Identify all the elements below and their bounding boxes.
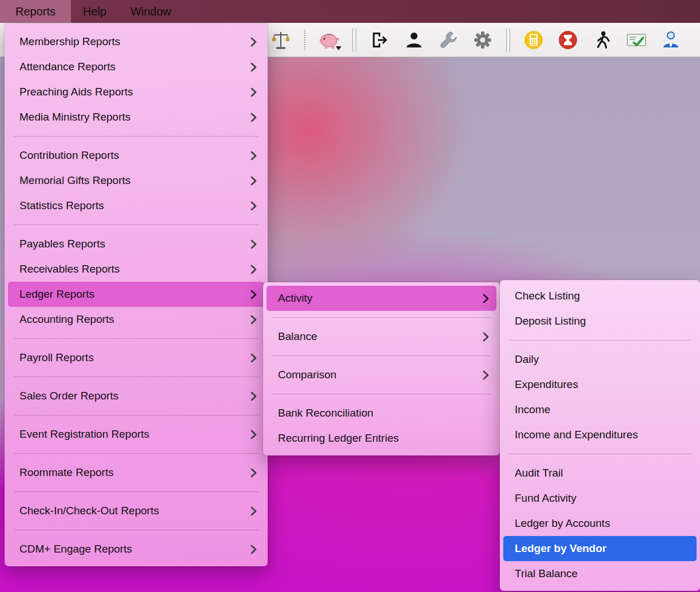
menu-separator <box>14 377 258 377</box>
menu-separator <box>272 317 491 318</box>
menu-item-label: Recurring Ledger Entries <box>278 432 399 445</box>
menu-item-label: Bank Reconciliation <box>278 407 373 419</box>
menu-item-balance[interactable]: Balance <box>267 324 496 349</box>
menu-item-recurring-ledger-entries[interactable]: Recurring Ledger Entries <box>267 426 496 451</box>
menu-item-roommate-reports[interactable]: Roommate Reports <box>8 460 264 485</box>
menu-item-statistics-reports[interactable]: Statistics Reports <box>8 193 264 218</box>
menu-item-label: Fund Activity <box>515 492 576 505</box>
menu-item-attendance-reports[interactable]: Attendance Reports <box>8 54 264 79</box>
menu-item-check-in-check-out-reports[interactable]: Check-In/Check-Out Reports <box>8 498 264 523</box>
menu-item-memorial-gifts-reports[interactable]: Memorial Gifts Reports <box>8 168 264 193</box>
activity-submenu: Check Listing Deposit Listing Daily Expe… <box>500 280 700 591</box>
dollar-icon[interactable]: $ <box>694 27 700 53</box>
menu-item-event-registration-reports[interactable]: Event Registration Reports <box>8 422 264 447</box>
toolbar-divider <box>506 28 510 52</box>
submenu-chevron-icon <box>250 506 257 516</box>
menu-item-ledger-by-vendor[interactable]: Ledger by Vendor <box>503 536 697 561</box>
submenu-chevron-icon <box>250 201 257 211</box>
menu-item-bank-reconciliation[interactable]: Bank Reconciliation <box>267 401 496 426</box>
menu-item-label: Daily <box>515 353 539 366</box>
submenu-chevron-icon <box>250 113 257 122</box>
submenu-chevron-icon <box>250 315 257 325</box>
menu-item-label: Deposit Listing <box>515 315 586 327</box>
toolbar-separator <box>304 30 305 50</box>
menu-separator <box>509 340 691 341</box>
menubar-item-window[interactable]: Window <box>118 0 183 23</box>
menu-item-label: Activity <box>278 292 312 305</box>
menubar-item-reports[interactable]: Reports <box>0 0 71 23</box>
gear-icon[interactable] <box>472 27 494 53</box>
menu-item-label: Receivables Reports <box>19 263 120 275</box>
menubar-item-help[interactable]: Help <box>71 0 118 23</box>
exit-icon[interactable] <box>369 27 391 53</box>
menu-item-label: Ledger Reports <box>19 288 94 301</box>
menu-separator <box>14 136 258 137</box>
menu-item-activity[interactable]: Activity <box>267 286 496 311</box>
menu-item-label: Check-In/Check-Out Reports <box>19 505 159 517</box>
walking-person-icon[interactable] <box>591 27 613 53</box>
reports-menu: Membership Reports Attendance Reports Pr… <box>5 23 268 566</box>
submenu-chevron-icon <box>483 294 489 303</box>
menu-item-label: Attendance Reports <box>19 61 116 73</box>
menu-separator <box>272 355 491 356</box>
submenu-chevron-icon <box>250 37 257 47</box>
menu-item-label: Media Ministry Reports <box>19 111 130 123</box>
calculator-icon[interactable] <box>523 27 544 53</box>
staff-icon[interactable] <box>660 27 682 53</box>
menu-item-label: Membership Reports <box>19 35 120 48</box>
menu-item-cdm-engage-reports[interactable]: CDM+ Engage Reports <box>8 537 264 562</box>
dropdown-caret-icon <box>336 46 341 50</box>
menu-item-label: Expenditures <box>515 378 578 391</box>
menu-item-income-and-expenditures[interactable]: Income and Expenditures <box>503 422 697 447</box>
scales-icon[interactable] <box>270 27 292 53</box>
submenu-chevron-icon <box>250 151 257 161</box>
menu-item-receivables-reports[interactable]: Receivables Reports <box>8 257 264 282</box>
piggy-bank-icon[interactable] <box>318 27 340 53</box>
menu-item-sales-order-reports[interactable]: Sales Order Reports <box>8 383 264 409</box>
menu-item-label: Audit Trail <box>515 467 563 479</box>
menu-item-payroll-reports[interactable]: Payroll Reports <box>8 345 264 370</box>
submenu-chevron-icon <box>250 176 257 186</box>
menu-item-label: Statistics Reports <box>19 199 104 212</box>
menu-item-label: Balance <box>278 330 317 343</box>
menu-separator <box>272 394 491 394</box>
menu-separator <box>14 530 258 530</box>
menu-item-membership-reports[interactable]: Membership Reports <box>8 29 264 54</box>
menu-item-fund-activity[interactable]: Fund Activity <box>503 486 697 511</box>
menu-item-ledger-by-accounts[interactable]: Ledger by Accounts <box>503 511 697 536</box>
submenu-chevron-icon <box>483 332 489 342</box>
deposit-check-icon[interactable] <box>626 27 647 53</box>
menu-item-preaching-aids-reports[interactable]: Preaching Aids Reports <box>8 79 264 105</box>
submenu-chevron-icon <box>250 430 257 439</box>
menu-item-daily[interactable]: Daily <box>503 347 697 372</box>
menu-item-contribution-reports[interactable]: Contribution Reports <box>8 143 264 168</box>
menu-item-ledger-reports[interactable]: Ledger Reports <box>8 282 264 307</box>
menu-separator <box>14 225 258 225</box>
menu-bar: Reports Help Window <box>0 0 700 23</box>
menu-item-label: Memorial Gifts Reports <box>19 174 130 187</box>
menu-item-label: Accounting Reports <box>19 313 114 326</box>
menu-item-label: Ledger by Accounts <box>515 517 610 530</box>
submenu-chevron-icon <box>250 545 257 554</box>
menu-item-label: CDM+ Engage Reports <box>19 543 132 555</box>
menu-item-trial-balance[interactable]: Trial Balance <box>503 561 697 586</box>
menu-item-label: Income and Expenditures <box>515 429 638 441</box>
menu-item-label: Check Listing <box>515 290 580 302</box>
user-icon[interactable] <box>403 27 425 53</box>
menu-item-media-ministry-reports[interactable]: Media Ministry Reports <box>8 105 264 130</box>
menu-item-check-listing[interactable]: Check Listing <box>503 283 697 309</box>
submenu-chevron-icon <box>250 62 257 72</box>
hourglass-icon[interactable] <box>557 27 579 53</box>
ledger-reports-submenu: Activity Balance Comparison Bank Reconci… <box>263 282 500 455</box>
menu-item-comparison[interactable]: Comparison <box>267 362 496 387</box>
menu-item-label: Roommate Reports <box>19 466 114 479</box>
menu-separator <box>509 454 691 454</box>
menu-item-income[interactable]: Income <box>503 397 697 422</box>
menu-item-audit-trail[interactable]: Audit Trail <box>503 461 697 486</box>
menu-item-expenditures[interactable]: Expenditures <box>503 372 697 397</box>
wrench-icon[interactable] <box>438 27 459 53</box>
menu-item-accounting-reports[interactable]: Accounting Reports <box>8 307 264 332</box>
menu-item-deposit-listing[interactable]: Deposit Listing <box>503 309 697 334</box>
submenu-chevron-icon <box>250 353 257 363</box>
menu-item-payables-reports[interactable]: Payables Reports <box>8 231 264 257</box>
